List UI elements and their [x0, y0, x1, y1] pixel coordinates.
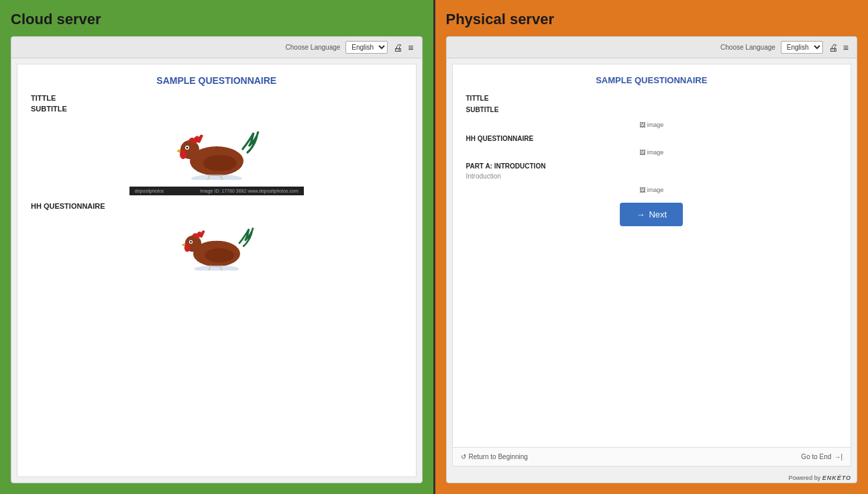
svg-point-6	[203, 155, 237, 171]
physical-subtitle: SUBTITLE	[466, 106, 838, 113]
cloud-menu-icon[interactable]: ≡	[408, 42, 413, 53]
physical-introduction: Introduction	[466, 172, 838, 180]
cloud-server-panel: Cloud server Choose Language English 🖨 ≡…	[0, 0, 435, 494]
physical-server-panel: Physical server Choose Language English …	[435, 0, 869, 494]
svg-marker-2	[176, 149, 180, 153]
physical-hh-section: HH QUESTIONNAIRE	[466, 135, 838, 142]
next-arrow-icon: →	[636, 209, 645, 219]
svg-point-9	[191, 175, 242, 180]
go-to-end-button[interactable]: Go to End →|	[801, 453, 843, 460]
svg-point-14	[190, 241, 192, 243]
physical-image-1: image	[639, 121, 663, 128]
cloud-questionnaire-content: SAMPLE QUESTIONNAIRE TITTLE SUBTITLE	[17, 64, 417, 477]
next-button[interactable]: → Next	[620, 203, 683, 226]
cloud-server-header: Cloud server	[11, 11, 423, 28]
cloud-toolbar: Choose Language English 🖨 ≡	[11, 37, 422, 58]
physical-server-header: Physical server	[446, 11, 858, 28]
physical-image-2: image	[639, 149, 663, 156]
physical-toolbar: Choose Language English 🖨 ≡	[447, 37, 857, 58]
physical-language-label: Choose Language	[720, 44, 775, 51]
powered-by-label: Powered by ENKÉTO	[447, 472, 857, 483]
svg-point-4	[186, 147, 188, 149]
physical-part-a: PART A: INTRODUCTION	[466, 162, 838, 170]
physical-print-icon[interactable]: 🖨	[828, 42, 838, 53]
next-button-label: Next	[649, 209, 667, 219]
cloud-rooster-image	[163, 119, 270, 180]
physical-language-select[interactable]: English	[781, 41, 823, 54]
svg-point-15	[184, 244, 191, 252]
physical-footer: ↺ Return to Beginning Go to End →|	[453, 447, 851, 466]
return-icon: ↺	[461, 453, 466, 460]
goto-icon: →|	[834, 453, 843, 460]
cloud-watermark-bar: depositphotos Image ID: 17780 3682 www.d…	[129, 187, 304, 195]
goto-label: Go to End	[801, 453, 831, 460]
cloud-subtitle: SUBTITLE	[31, 105, 402, 113]
powered-by-text: Powered by	[789, 475, 821, 481]
physical-questionnaire-wrapper: SAMPLE QUESTIONNAIRE TITTLE SUBTITLE ima…	[452, 64, 852, 466]
svg-point-16	[205, 248, 234, 262]
cloud-language-select[interactable]: English	[345, 41, 388, 54]
svg-marker-12	[181, 243, 184, 246]
cloud-browser-window: Choose Language English 🖨 ≡ SAMPLE QUEST…	[11, 36, 423, 483]
cloud-watermark-logo: depositphotos	[135, 189, 164, 193]
physical-questionnaire-title: SAMPLE QUESTIONNAIRE	[466, 75, 838, 85]
return-label: Return to Beginning	[469, 453, 528, 460]
return-to-beginning-button[interactable]: ↺ Return to Beginning	[461, 453, 528, 460]
cloud-questionnaire-title: SAMPLE QUESTIONNAIRE	[31, 75, 402, 86]
physical-browser-window: Choose Language English 🖨 ≡ SAMPLE QUEST…	[446, 36, 858, 483]
cloud-rooster-image-2	[170, 217, 264, 270]
physical-image-3: image	[639, 187, 663, 193]
physical-tittle: TITTLE	[466, 95, 838, 102]
cloud-language-label: Choose Language	[286, 44, 341, 51]
physical-questionnaire-inner: SAMPLE QUESTIONNAIRE TITTLE SUBTITLE ima…	[453, 64, 851, 447]
svg-point-19	[195, 265, 239, 270]
enketo-brand: ENKÉTO	[822, 475, 851, 481]
cloud-print-icon[interactable]: 🖨	[393, 42, 402, 53]
svg-point-5	[180, 150, 186, 159]
physical-menu-icon[interactable]: ≡	[843, 42, 849, 53]
cloud-tittle: TITTLE	[31, 94, 402, 102]
cloud-hh-section: HH QUESTIONNAIRE	[31, 202, 402, 210]
